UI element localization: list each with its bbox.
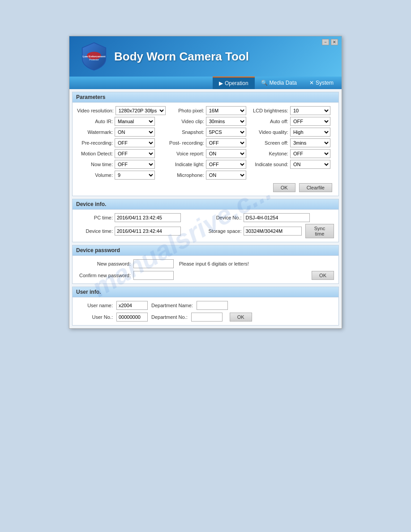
device-no-label: Device No.: [206,215,242,220]
new-password-input[interactable] [133,259,174,268]
snapshot-label: Snapshot: [168,129,204,135]
lcd-brightness-select[interactable]: 10 [290,106,330,115]
voice-report-row: Voice report: ON [168,149,250,158]
auto-off-select[interactable]: OFF [290,117,330,126]
indicate-light-row: Indicate light: OFF [168,160,250,169]
storage-space-label: Storage space: [206,228,242,234]
now-time-select[interactable]: OFF [115,160,155,169]
post-recording-row: Post- recording: OFF [168,138,250,147]
user-no-row: User No.: Department No.: OK [77,313,334,322]
indicate-light-select[interactable]: OFF [206,160,246,169]
volume-row: Volume: 9 [77,171,166,180]
nav-bar: ▶ Operation 🔍 Media Data ✕ System [69,77,342,89]
tab-system[interactable]: ✕ System [303,77,340,89]
user-info-ok-button[interactable]: OK [230,313,252,322]
parameters-header: Parameters [73,92,338,103]
ok-button[interactable]: OK [273,183,295,192]
watermark-row: Watermark: ON [77,128,166,137]
device-time-label: Device time: [77,228,113,234]
username-input[interactable] [116,301,148,310]
media-data-icon: 🔍 [261,80,268,86]
auto-ir-row: Auto IR: Manual [77,117,166,126]
device-info-grid: PC time: Device No.: Device time: Storag… [77,213,334,238]
video-clip-select[interactable]: 30mins [206,117,246,126]
motion-detect-select[interactable]: OFF [115,149,155,158]
keytone-select[interactable]: OFF [290,149,330,158]
indicate-sound-row: Indicate sound: ON [253,160,334,169]
clearfile-button[interactable]: Clearfile [299,183,332,192]
voice-report-label: Voice report: [168,151,204,156]
tab-media-data[interactable]: 🔍 Media Data [255,77,303,89]
video-clip-label: Video clip: [168,119,204,124]
logo-area: Law Enforcement Protector Body Worn Came… [69,36,258,77]
auto-ir-label: Auto IR: [77,119,113,124]
user-info-grid: User name: Department Name: User No.: De… [77,301,334,322]
video-quality-select[interactable]: High [290,128,330,137]
snapshot-select[interactable]: 5PCS [206,128,246,137]
dept-no-input[interactable] [191,313,223,322]
microphone-select[interactable]: ON [206,171,246,180]
user-no-input[interactable] [116,313,148,322]
device-time-row: Device time: [77,224,201,238]
indicate-light-label: Indicate light: [168,162,204,167]
keytone-row: Keytone: OFF [253,149,334,158]
watermark-label: Watermark: [77,129,113,135]
user-info-header: User info. [73,287,338,297]
title-bar: − ✕ Law Enforcement Protector Body Worn … [69,36,342,77]
pc-time-label: PC time: [77,215,113,220]
indicate-sound-select[interactable]: ON [290,160,330,169]
pre-recording-row: Pre-recording: OFF [77,138,166,147]
auto-ir-select[interactable]: Manual [115,117,155,126]
confirm-password-input[interactable] [133,271,174,280]
username-label: User name: [77,303,113,308]
operation-icon: ▶ [219,80,223,86]
password-ok-button[interactable]: OK [312,271,334,280]
device-no-row: Device No.: [206,213,334,222]
device-info-header: Device info. [73,199,338,210]
device-password-header: Device password [73,245,338,256]
params-grid: Video resolution: 1280x720P 30fps Photo … [77,106,334,180]
pc-time-input[interactable] [115,213,181,222]
now-time-label: Now time: [77,162,113,167]
dept-name-input[interactable] [197,301,228,310]
new-password-label: New password: [77,261,131,266]
system-icon: ✕ [309,80,314,86]
svg-text:Protector: Protector [89,58,99,61]
params-actions: OK Clearfile [77,183,334,192]
user-info-body: User name: Department Name: User No.: De… [73,297,338,325]
post-recording-label: Post- recording: [168,140,204,146]
video-clip-row: Video clip: 30mins [168,117,250,126]
screen-off-label: Screen off: [253,140,288,146]
storage-space-input[interactable] [244,227,302,236]
user-no-label: User No.: [77,314,113,320]
photo-pixel-select[interactable]: 16M [206,106,246,115]
confirm-password-row: Confirm new password: OK [77,271,334,280]
sync-time-button[interactable]: Sync time [305,224,334,238]
lcd-brightness-row: LCD brightness: 10 [253,106,334,115]
video-resolution-select[interactable]: 1280x720P 30fps [116,106,166,115]
auto-off-label: Auto off: [253,119,288,124]
photo-pixel-label: Photo pixel: [168,108,204,113]
main-window: − ✕ Law Enforcement Protector Body Worn … [69,36,342,329]
app-title: Body Worn Camera Tool [114,50,249,64]
tab-operation[interactable]: ▶ Operation [213,77,255,89]
device-password-body: New password: Please input 6 digitals or… [73,256,338,283]
username-row: User name: Department Name: [77,301,334,310]
pc-time-row: PC time: [77,213,201,222]
volume-select[interactable]: 9 [115,171,155,180]
dept-no-label: Department No.: [151,314,188,320]
pre-recording-select[interactable]: OFF [115,138,155,147]
post-recording-select[interactable]: OFF [206,138,246,147]
close-button[interactable]: ✕ [331,39,338,45]
device-time-input[interactable] [115,227,181,236]
video-quality-label: Video quality: [253,129,288,135]
device-no-input[interactable] [244,213,310,222]
watermark-select[interactable]: ON [115,128,155,137]
microphone-label: Microphone: [168,172,204,178]
voice-report-select[interactable]: ON [206,149,246,158]
volume-label: Volume: [77,172,113,178]
shield-icon: Law Enforcement Protector [78,41,110,72]
minimize-button[interactable]: − [322,39,329,45]
screen-off-select[interactable]: 3mins [290,138,330,147]
motion-detect-label: Motion Detect: [77,151,113,156]
